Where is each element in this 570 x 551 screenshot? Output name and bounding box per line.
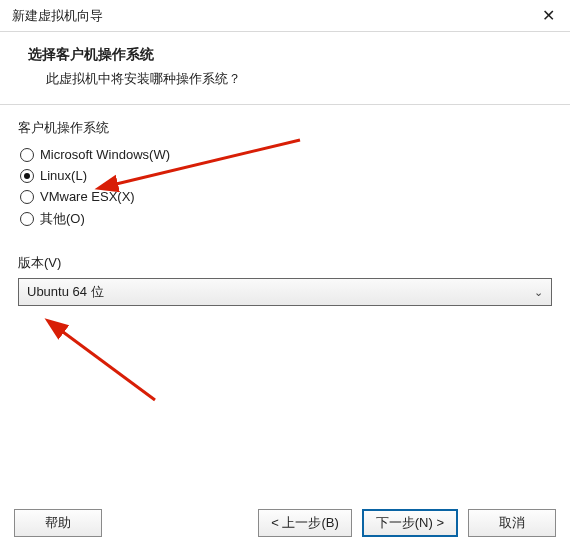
version-select[interactable]: Ubuntu 64 位 ⌄ [18,278,552,306]
radio-other-circle [20,212,34,226]
back-button-label: < 上一步(B) [271,514,339,532]
next-button[interactable]: 下一步(N) > [362,509,458,537]
version-selected: Ubuntu 64 位 [27,283,104,301]
radio-linux-circle [20,169,34,183]
help-button[interactable]: 帮助 [14,509,102,537]
header-subtitle: 此虚拟机中将安装哪种操作系统？ [46,70,550,88]
radio-windows-label: Microsoft Windows(W) [40,147,170,162]
radio-linux[interactable]: Linux(L) [20,168,552,183]
radio-vmware-esx-label: VMware ESX(X) [40,189,135,204]
help-button-label: 帮助 [45,514,71,532]
radio-windows-circle [20,148,34,162]
cancel-button-label: 取消 [499,514,525,532]
cancel-button[interactable]: 取消 [468,509,556,537]
separator [0,104,570,105]
wizard-header: 选择客户机操作系统 此虚拟机中将安装哪种操作系统？ [0,32,570,96]
titlebar: 新建虚拟机向导 ✕ [0,0,570,32]
radio-vmware-esx-circle [20,190,34,204]
radio-other-label: 其他(O) [40,210,85,228]
footer-buttons: 帮助 < 上一步(B) 下一步(N) > 取消 [0,509,570,537]
chevron-down-icon: ⌄ [534,286,543,299]
radio-vmware-esx[interactable]: VMware ESX(X) [20,189,552,204]
radio-windows[interactable]: Microsoft Windows(W) [20,147,552,162]
next-button-label: 下一步(N) > [376,514,444,532]
radio-other[interactable]: 其他(O) [20,210,552,228]
os-group-label: 客户机操作系统 [18,119,552,137]
window-title: 新建虚拟机向导 [12,7,103,25]
back-button[interactable]: < 上一步(B) [258,509,352,537]
radio-linux-label: Linux(L) [40,168,87,183]
content-area: 客户机操作系统 Microsoft Windows(W) Linux(L) VM… [0,119,570,306]
header-title: 选择客户机操作系统 [28,46,550,64]
svg-line-1 [59,329,155,400]
version-label: 版本(V) [18,254,552,272]
close-icon[interactable]: ✕ [534,6,562,25]
